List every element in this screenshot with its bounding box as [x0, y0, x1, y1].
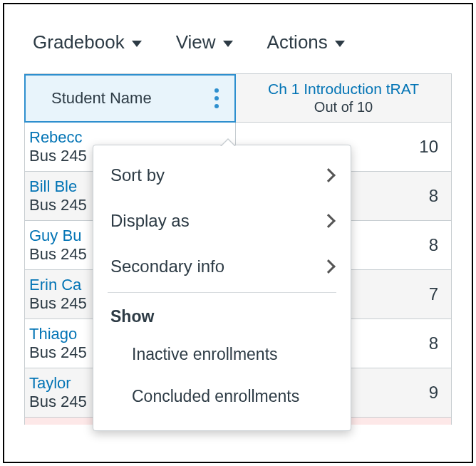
secondary-info-item[interactable]: Secondary info	[93, 244, 351, 289]
student-header-dropdown: Sort by Display as Secondary info Show I…	[93, 145, 351, 431]
gradebook-menu[interactable]: Gradebook	[33, 31, 142, 53]
kebab-icon[interactable]	[209, 84, 224, 113]
view-menu[interactable]: View	[176, 31, 233, 53]
student-name-header-label: Student Name	[51, 89, 152, 108]
menu-divider	[108, 292, 336, 293]
score-value: 9	[429, 383, 438, 403]
chevron-right-icon	[321, 259, 336, 274]
student-name-header[interactable]: Student Name	[24, 74, 236, 123]
concluded-enrollments-item[interactable]: Concluded enrollments	[93, 376, 351, 418]
sort-by-label: Sort by	[110, 165, 165, 185]
actions-menu-label: Actions	[267, 31, 328, 53]
chevron-right-icon	[321, 214, 336, 228]
caret-down-icon	[335, 41, 345, 47]
top-menubar: Gradebook View Actions	[24, 26, 452, 73]
score-value: 10	[419, 137, 438, 157]
view-menu-label: View	[176, 31, 216, 53]
chevron-right-icon	[321, 168, 336, 182]
assignment-header[interactable]: Ch 1 Introduction tRAT Out of 10	[236, 74, 452, 123]
sort-by-item[interactable]: Sort by	[93, 152, 351, 198]
caret-down-icon	[132, 41, 142, 47]
assignment-points: Out of 10	[314, 99, 373, 115]
gradebook-menu-label: Gradebook	[33, 31, 125, 53]
inactive-enrollments-item[interactable]: Inactive enrollments	[93, 333, 351, 376]
score-value: 8	[429, 333, 438, 353]
score-value: 7	[429, 284, 438, 304]
score-value: 8	[429, 186, 438, 206]
display-as-item[interactable]: Display as	[93, 198, 351, 244]
caret-down-icon	[223, 41, 233, 47]
secondary-info-label: Secondary info	[110, 257, 224, 276]
show-heading: Show	[93, 296, 351, 333]
display-as-label: Display as	[110, 211, 190, 231]
score-value: 8	[429, 235, 438, 255]
assignment-title-link[interactable]: Ch 1 Introduction tRAT	[268, 81, 419, 98]
actions-menu[interactable]: Actions	[267, 31, 345, 53]
